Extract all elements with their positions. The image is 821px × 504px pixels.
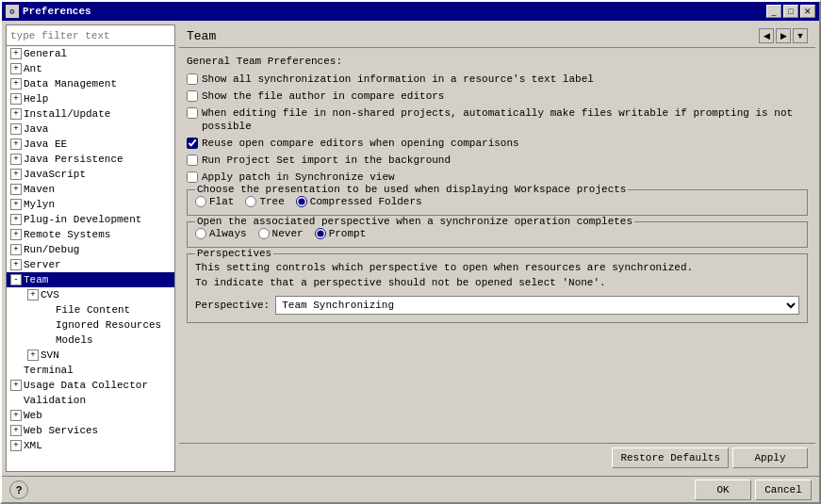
tree-expand-server[interactable]: + [10,259,22,270]
tree-item-java[interactable]: +Java [7,122,174,137]
perspective-select[interactable]: Team SynchronizingNoneJavaDebugResource [275,296,799,315]
cancel-button[interactable]: Cancel [755,480,812,500]
tree-expand-run-debug[interactable]: + [10,244,22,255]
checkbox-run-project-set[interactable] [187,154,198,166]
tree-item-run-debug[interactable]: +Run/Debug [7,242,174,257]
tree-container: +General+Ant+Data Management+Help+Instal… [7,46,174,471]
tree-item-web[interactable]: +Web [7,408,174,423]
tree-expand-mylyn[interactable]: + [10,199,22,210]
checkbox-auto-writable[interactable] [187,107,198,119]
title-bar-left: ⚙ Preferences [6,5,91,18]
tree-item-javascript[interactable]: +JavaScript [7,167,174,182]
restore-defaults-button[interactable]: Restore Defaults [612,447,729,468]
tree-expand-maven[interactable]: + [10,184,22,195]
tree-expand-help[interactable]: + [10,93,22,105]
radio-label-open-never: Never [272,228,304,239]
tree-label-models: Models [56,334,93,346]
tree-label-ignored-resources: Ignored Resources [56,319,161,331]
radio-open-always[interactable] [195,228,206,239]
tree-expand-data-management[interactable]: + [10,78,22,89]
checkbox-label-auto-writable: When editing file in non-shared projects… [202,106,808,133]
nav-forward-button[interactable]: ▶ [776,28,791,43]
perspectives-desc1: This setting controls which perspective … [195,262,693,273]
perspectives-section: Perspectives This setting controls which… [187,253,808,323]
tree-label-remote-systems: Remote Systems [24,229,110,240]
radio-label-pres-flat: Flat [209,196,234,207]
minimize-button[interactable]: _ [766,5,781,18]
radio-pres-tree[interactable] [245,196,256,207]
tree-label-java-ee: Java EE [24,138,67,150]
tree-item-team[interactable]: -Team [7,272,174,287]
tree-item-models[interactable]: Models [7,333,174,348]
tree-item-remote-systems[interactable]: +Remote Systems [7,227,174,242]
filter-input[interactable] [7,25,174,46]
tree-expand-java-persistence[interactable]: + [10,154,22,165]
checkbox-apply-patch[interactable] [187,171,198,183]
tree-item-java-persistence[interactable]: +Java Persistence [7,152,174,167]
tree-item-mylyn[interactable]: +Mylyn [7,197,174,212]
checkbox-label-apply-patch: Apply patch in Synchronize view [202,171,395,184]
tree-expand-svn[interactable]: + [27,350,39,361]
tree-expand-general[interactable]: + [10,48,22,59]
tree-expand-remote-systems[interactable]: + [10,229,22,240]
tree-item-ignored-resources[interactable]: Ignored Resources [7,317,174,333]
open-perspective-legend: Open the associated perspective when a s… [195,216,634,227]
panel-header: Team ◀ ▶ ▼ [179,24,815,48]
radio-row-pres-compressed-folders: Compressed Folders [296,196,422,207]
tree-item-xml[interactable]: +XML [7,438,174,453]
tree-expand-cvs[interactable]: + [27,289,39,301]
tree-item-web-services[interactable]: +Web Services [7,423,174,438]
tree-item-file-content[interactable]: File Content [7,302,174,317]
tree-expand-usage-data-collector[interactable]: + [10,380,22,391]
tree-item-validation[interactable]: Validation [7,393,174,408]
perspectives-legend: Perspectives [195,248,273,259]
tree-expand-web[interactable]: + [10,410,22,421]
tree-expand-plugin-development[interactable]: + [10,214,22,225]
checkbox-show-file-author[interactable] [187,90,198,102]
tree-item-java-ee[interactable]: +Java EE [7,137,174,152]
tree-item-maven[interactable]: +Maven [7,182,174,197]
tree-expand-ant[interactable]: + [10,63,22,74]
ok-button[interactable]: OK [695,480,751,500]
tree-expand-xml[interactable]: + [10,440,22,451]
tree-item-plugin-development[interactable]: +Plug-in Development [7,212,174,227]
radio-label-open-prompt: Prompt [329,228,367,239]
radio-row-pres-flat: Flat [195,196,234,207]
radio-row-pres-tree: Tree [245,196,284,207]
maximize-button[interactable]: □ [783,5,798,18]
tree-label-plugin-development: Plug-in Development [24,214,141,225]
checkbox-reuse-compare[interactable] [187,138,198,149]
checkbox-show-sync[interactable] [187,73,198,85]
close-button[interactable]: ✕ [800,5,815,18]
tree-item-data-management[interactable]: +Data Management [7,76,174,91]
tree-item-install-update[interactable]: +Install/Update [7,106,174,122]
radio-pres-flat[interactable] [195,196,206,207]
tree-expand-install-update[interactable]: + [10,108,22,120]
right-panel: Team ◀ ▶ ▼ General Team Preferences: Sho… [179,24,815,472]
tree-expand-javascript[interactable]: + [10,169,22,180]
tree-label-mylyn: Mylyn [24,199,55,210]
tree-label-java: Java [24,123,48,135]
tree-item-terminal[interactable]: Terminal [7,363,174,378]
tree-item-help[interactable]: +Help [7,91,174,106]
tree-expand-team[interactable]: - [10,274,22,285]
tree-item-ant[interactable]: +Ant [7,61,174,76]
radio-pres-compressed-folders[interactable] [296,196,307,207]
nav-back-button[interactable]: ◀ [759,28,774,43]
checkbox-label-show-sync: Show all synchronization information in … [202,73,594,86]
tree-expand-web-services[interactable]: + [10,425,22,436]
tree-expand-java-ee[interactable]: + [10,138,22,150]
nav-dropdown-button[interactable]: ▼ [793,28,808,43]
tree-item-svn[interactable]: +SVN [7,348,174,363]
radio-open-prompt[interactable] [315,228,326,239]
tree-expand-java[interactable]: + [10,123,22,135]
tree-item-server[interactable]: +Server [7,257,174,272]
apply-button[interactable]: Apply [732,447,808,468]
tree-item-general[interactable]: +General [7,46,174,61]
tree-item-cvs[interactable]: +CVS [7,287,174,302]
radio-open-never[interactable] [258,228,270,239]
help-button[interactable]: ? [9,480,28,499]
tree-label-data-management: Data Management [24,78,117,89]
checkbox-row-show-file-author: Show the file author in compare editors [187,89,808,103]
tree-item-usage-data-collector[interactable]: +Usage Data Collector [7,378,174,393]
